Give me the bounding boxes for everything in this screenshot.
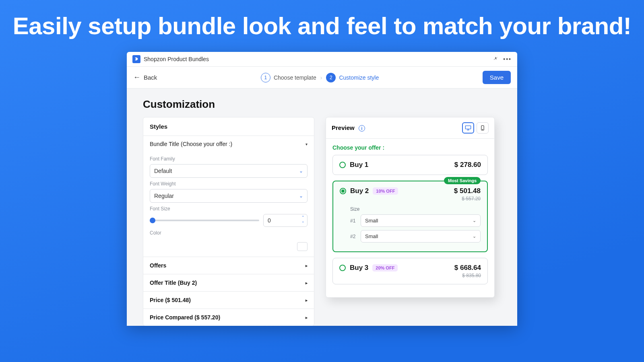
mobile-preview-button[interactable] — [477, 122, 489, 134]
caret-right-icon: ▸ — [305, 315, 308, 320]
variant-1-value: Small — [365, 218, 378, 224]
font-size-label: Font Size — [150, 206, 308, 212]
caret-right-icon: ▸ — [305, 281, 308, 285]
offer-heading: Choose your offer : — [332, 144, 488, 151]
offer-2-discount-badge: 10% OFF — [373, 187, 398, 195]
font-size-slider[interactable] — [150, 220, 259, 221]
offer-2-old-price: $ 557.20 — [454, 196, 481, 202]
more-icon[interactable]: ••• — [503, 56, 512, 62]
offer-1-price: $ 278.60 — [454, 161, 481, 169]
offer-title-section[interactable]: Offer Title (Buy 2) ▸ — [143, 274, 314, 291]
font-size-input[interactable]: 0 ⌃ ⌄ — [263, 214, 308, 227]
chevron-down-icon: ⌄ — [299, 193, 303, 199]
back-button[interactable]: ← Back — [133, 73, 157, 82]
caret-right-icon: ▸ — [305, 263, 308, 268]
stepper-up-icon[interactable]: ⌃ — [301, 216, 305, 219]
offer-card-2[interactable]: Most Savings Buy 2 10% OFF $ 501.48 $ 55… — [332, 181, 488, 252]
slider-thumb[interactable] — [150, 218, 155, 223]
offer-3-old-price: $ 835.80 — [454, 273, 481, 278]
pin-icon[interactable] — [493, 56, 498, 63]
offer-2-name: Buy 2 — [350, 187, 369, 195]
offer-1-name: Buy 1 — [350, 161, 368, 169]
app-logo-icon — [132, 55, 140, 63]
step-number-1: 1 — [261, 73, 270, 82]
wizard-header: ← Back 1 Choose template › 2 Customize s… — [127, 67, 517, 88]
font-family-value: Default — [154, 168, 172, 174]
step-label-2: Customize style — [339, 74, 379, 81]
offer-card-1[interactable]: Buy 1 $ 278.60 — [332, 155, 488, 175]
variant-2-value: Small — [365, 233, 378, 239]
styles-panel-header: Styles — [143, 117, 314, 136]
variant-2-select[interactable]: Small ⌄ — [361, 230, 481, 243]
step-number-2: 2 — [326, 73, 336, 82]
page-title: Customization — [143, 98, 501, 111]
bundle-title-label: Bundle Title (Choose your offer :) — [150, 141, 232, 147]
font-weight-select[interactable]: Regular ⌄ — [150, 189, 308, 203]
font-family-select[interactable]: Default ⌄ — [150, 164, 308, 178]
app-topbar: Shopzon Product Bundles ••• — [127, 52, 517, 67]
caret-down-icon: ▾ — [305, 142, 308, 146]
stepper-down-icon[interactable]: ⌄ — [301, 220, 305, 223]
caret-right-icon: ▸ — [305, 298, 308, 302]
offer-3-discount-badge: 20% OFF — [372, 264, 398, 272]
arrow-left-icon: ← — [133, 73, 140, 82]
variant-size-label: Size — [350, 206, 481, 212]
offers-section[interactable]: Offers ▸ — [143, 257, 314, 274]
svg-point-2 — [482, 129, 483, 130]
price-compared-section[interactable]: Price Compared ($ 557.20) ▸ — [143, 309, 314, 326]
variant-2-index: #2 — [350, 234, 357, 239]
color-label: Color — [150, 230, 308, 236]
preview-panel: Preview i Choose your offer : — [326, 117, 495, 298]
offer-2-price: $ 501.48 — [454, 187, 481, 195]
back-label: Back — [144, 74, 157, 81]
font-weight-value: Regular — [154, 193, 174, 199]
app-window: Shopzon Product Bundles ••• ← Back 1 Cho… — [127, 52, 517, 326]
price-section[interactable]: Price ($ 501.48) ▸ — [143, 291, 314, 309]
svg-rect-0 — [465, 126, 471, 129]
offer-title-label: Offer Title (Buy 2) — [150, 280, 197, 286]
desktop-preview-button[interactable] — [462, 122, 474, 134]
save-button[interactable]: Save — [483, 71, 511, 84]
bundle-title-section[interactable]: Bundle Title (Choose your offer :) ▾ — [143, 136, 314, 152]
offers-label: Offers — [150, 262, 166, 269]
font-family-label: Font Family — [150, 156, 308, 162]
radio-selected-icon[interactable] — [340, 188, 346, 194]
wizard-step-1[interactable]: 1 Choose template — [261, 73, 316, 82]
chevron-down-icon: ⌄ — [473, 218, 476, 223]
chevron-down-icon: ⌄ — [473, 234, 476, 239]
page-body: Customization Styles Bundle Title (Choos… — [127, 88, 517, 326]
offer-3-price: $ 668.64 — [454, 264, 481, 272]
price-label: Price ($ 501.48) — [150, 297, 191, 303]
font-size-value: 0 — [268, 217, 271, 224]
offer-card-3[interactable]: Buy 3 20% OFF $ 668.64 $ 835.80 — [332, 258, 488, 284]
app-title: Shopzon Product Bundles — [144, 56, 209, 62]
variant-1-select[interactable]: Small ⌄ — [361, 214, 481, 227]
chevron-down-icon: ⌄ — [299, 168, 303, 174]
hero-headline: Easily setup bundle look and feel to mat… — [0, 12, 644, 40]
chevron-right-icon: › — [320, 74, 322, 81]
color-picker[interactable] — [297, 242, 308, 251]
info-icon[interactable]: i — [359, 125, 365, 132]
preview-title: Preview — [332, 124, 355, 131]
wizard-step-2[interactable]: 2 Customize style — [326, 73, 379, 82]
radio-unselected-icon[interactable] — [339, 162, 346, 168]
radio-unselected-icon[interactable] — [339, 265, 346, 271]
step-label-1: Choose template — [274, 74, 316, 81]
most-savings-badge: Most Savings — [444, 177, 481, 184]
styles-panel: Styles Bundle Title (Choose your offer :… — [143, 117, 314, 326]
offer-3-name: Buy 3 — [350, 264, 368, 272]
variant-1-index: #1 — [350, 218, 357, 224]
price-compared-label: Price Compared ($ 557.20) — [150, 314, 220, 321]
font-weight-label: Font Weight — [150, 181, 308, 187]
